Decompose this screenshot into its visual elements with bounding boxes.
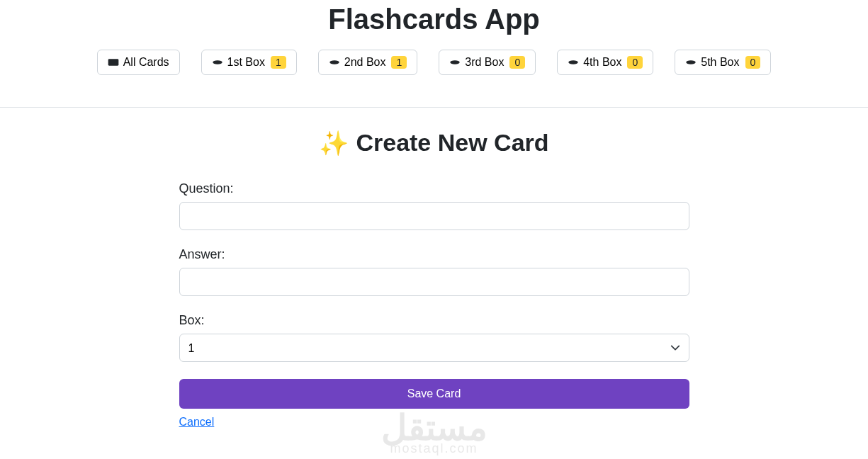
question-input[interactable] — [179, 202, 689, 230]
svg-point-4 — [687, 60, 696, 64]
answer-input[interactable] — [179, 268, 689, 296]
app-title: Flashcards App — [0, 4, 868, 35]
question-label: Question: — [179, 181, 689, 196]
nav-box-1[interactable]: 1st Box 1 — [201, 50, 297, 75]
cancel-link[interactable]: Cancel — [179, 416, 215, 428]
nav-label: 1st Box — [227, 56, 265, 69]
count-badge: 1 — [271, 56, 286, 69]
count-badge: 0 — [745, 56, 761, 69]
sparkle-icon: ✨ — [319, 131, 349, 155]
nav-label: 2nd Box — [344, 56, 386, 69]
inbox-icon — [212, 58, 223, 67]
svg-point-1 — [329, 60, 339, 64]
save-button[interactable]: Save Card — [179, 379, 689, 409]
inbox-icon — [685, 58, 697, 67]
nav-label: 4th Box — [583, 56, 621, 69]
box-select[interactable]: 1 — [179, 334, 689, 362]
svg-point-2 — [451, 60, 460, 64]
svg-point-0 — [213, 60, 222, 64]
nav-button-row: All Cards 1st Box 1 2nd Box 1 3rd Box 0 — [0, 50, 868, 75]
nav-box-3[interactable]: 3rd Box 0 — [439, 50, 536, 75]
create-card-form: ✨ Create New Card Question: Answer: Box:… — [179, 108, 689, 429]
layers-icon — [108, 58, 119, 67]
nav-label: 3rd Box — [465, 56, 504, 69]
nav-label: 5th Box — [701, 56, 739, 69]
count-badge: 0 — [627, 56, 643, 69]
count-badge: 0 — [509, 56, 525, 69]
nav-box-5[interactable]: 5th Box 0 — [675, 50, 771, 75]
nav-box-4[interactable]: 4th Box 0 — [557, 50, 653, 75]
count-badge: 1 — [391, 56, 407, 69]
nav-box-2[interactable]: 2nd Box 1 — [318, 50, 418, 75]
box-label: Box: — [179, 313, 689, 328]
nav-all-cards[interactable]: All Cards — [97, 50, 180, 75]
inbox-icon — [329, 58, 340, 67]
answer-label: Answer: — [179, 247, 689, 262]
svg-point-3 — [569, 60, 578, 64]
inbox-icon — [449, 58, 461, 67]
form-title: ✨ Create New Card — [179, 129, 689, 157]
nav-label: All Cards — [123, 56, 169, 69]
inbox-icon — [568, 58, 579, 67]
form-title-text: Create New Card — [356, 129, 548, 157]
